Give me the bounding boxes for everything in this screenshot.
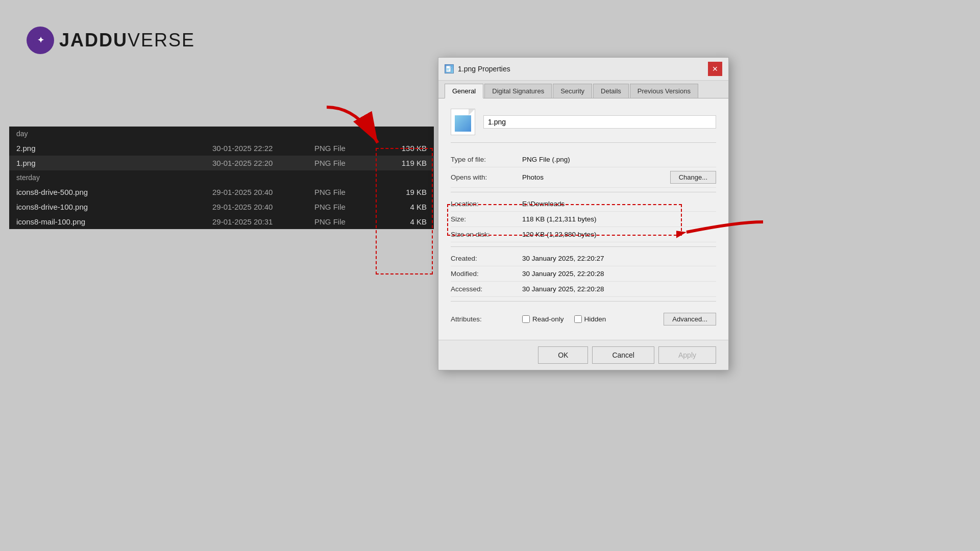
- prop-opens-with: Opens with: Photos Change...: [451, 167, 716, 188]
- hidden-label: Hidden: [584, 315, 606, 323]
- prop-type: Type of file: PNG File (.png): [451, 152, 716, 167]
- prop-accessed: Accessed: 30 January 2025, 22:20:28: [451, 282, 716, 297]
- created-value: 30 January 2025, 22:20:27: [522, 255, 716, 262]
- opens-label: Opens with:: [451, 173, 522, 181]
- file-size: 119 KB: [376, 159, 427, 167]
- file-size: 130 KB: [376, 144, 427, 153]
- cancel-button[interactable]: Cancel: [592, 346, 654, 364]
- readonly-checkbox-label[interactable]: Read-only: [522, 315, 564, 323]
- file-type: PNG File: [314, 203, 376, 211]
- prop-location: Location: E:\Downloads: [451, 196, 716, 212]
- tab-general[interactable]: General: [445, 84, 483, 98]
- prop-attributes: Attributes: Read-only Hidden Advanced...: [451, 306, 716, 330]
- size-label: Size:: [451, 215, 522, 223]
- accessed-label: Accessed:: [451, 285, 522, 293]
- image-preview: [455, 115, 471, 132]
- type-label: Type of file:: [451, 156, 522, 163]
- brand-jaddu: JADDU: [59, 30, 128, 51]
- file-name: icons8-drive-100.png: [16, 203, 212, 211]
- file-date: 30-01-2025 22:20: [212, 159, 314, 167]
- size-value: 118 KB (1,21,311 bytes): [522, 215, 716, 223]
- modified-label: Modified:: [451, 270, 522, 278]
- svg-text:✦: ✦: [37, 36, 44, 44]
- svg-rect-6: [447, 70, 449, 71]
- dialog-title-text: 1.png Properties: [458, 65, 510, 73]
- readonly-label: Read-only: [532, 315, 564, 323]
- file-name: 2.png: [16, 144, 212, 153]
- logo-icon: ✦: [27, 27, 54, 54]
- file-type: PNG File: [314, 159, 376, 167]
- prop-modified: Modified: 30 January 2025, 22:20:28: [451, 266, 716, 282]
- size-disk-value: 120 KB (1,22,880 bytes): [522, 231, 716, 238]
- divider2: [451, 246, 716, 247]
- tab-bar: General Digital Signatures Security Deta…: [438, 81, 728, 98]
- properties-dialog: 1.png Properties ✕ General Digital Signa…: [438, 57, 729, 370]
- attributes-label: Attributes:: [451, 315, 522, 323]
- brand-verse: VERSE: [128, 30, 195, 51]
- properties-table: Type of file: PNG File (.png) Opens with…: [451, 152, 716, 330]
- readonly-checkbox[interactable]: [522, 315, 530, 323]
- file-size: 4 KB: [376, 203, 427, 211]
- prop-created: Created: 30 January 2025, 22:20:27: [451, 251, 716, 266]
- file-date: 29-01-2025 20:40: [212, 188, 314, 196]
- size-disk-label: Size on disk:: [451, 231, 522, 238]
- location-value: E:\Downloads: [522, 200, 716, 208]
- file-row[interactable]: icons8-drive-500.png 29-01-2025 20:40 PN…: [9, 185, 434, 199]
- dialog-footer: OK Cancel Apply: [438, 340, 728, 370]
- hidden-checkbox[interactable]: [574, 315, 582, 323]
- file-date: 29-01-2025 20:31: [212, 217, 314, 226]
- type-value: PNG File (.png): [522, 156, 716, 163]
- dialog-file-icon: [445, 64, 454, 73]
- filename-input[interactable]: [483, 115, 716, 129]
- file-type: PNG File: [314, 217, 376, 226]
- file-explorer: day 2.png 30-01-2025 22:22 PNG File 130 …: [9, 127, 434, 229]
- file-size: 19 KB: [376, 188, 427, 196]
- divider: [451, 192, 716, 192]
- file-row[interactable]: 2.png 30-01-2025 22:22 PNG File 130 KB: [9, 141, 434, 156]
- prop-size: Size: 118 KB (1,21,311 bytes): [451, 212, 716, 227]
- file-date: 30-01-2025 22:22: [212, 144, 314, 153]
- location-label: Location:: [451, 200, 522, 208]
- section-today: day: [9, 127, 434, 141]
- file-date: 29-01-2025 20:40: [212, 203, 314, 211]
- tab-details[interactable]: Details: [593, 84, 629, 98]
- section-yesterday: sterday: [9, 170, 434, 185]
- file-type: PNG File: [314, 188, 376, 196]
- apply-button[interactable]: Apply: [658, 346, 716, 364]
- close-button[interactable]: ✕: [708, 62, 722, 76]
- opens-value: Photos: [522, 173, 670, 181]
- file-name: icons8-drive-500.png: [16, 188, 212, 196]
- file-name: 1.png: [16, 159, 212, 167]
- svg-rect-5: [447, 68, 450, 69]
- tab-digital-signatures[interactable]: Digital Signatures: [484, 84, 552, 98]
- dialog-title: 1.png Properties: [445, 64, 510, 73]
- file-header: [451, 109, 716, 143]
- file-name: icons8-mail-100.png: [16, 217, 212, 226]
- file-size: 4 KB: [376, 217, 427, 226]
- checkboxes: Read-only Hidden: [522, 315, 606, 323]
- file-row[interactable]: icons8-mail-100.png 29-01-2025 20:31 PNG…: [9, 214, 434, 229]
- tab-previous-versions[interactable]: Previous Versions: [630, 84, 698, 98]
- dialog-content: Type of file: PNG File (.png) Opens with…: [438, 98, 728, 340]
- divider3: [451, 301, 716, 302]
- file-row[interactable]: 1.png 30-01-2025 22:20 PNG File 119 KB: [9, 156, 434, 170]
- prop-size-disk: Size on disk: 120 KB (1,22,880 bytes): [451, 227, 716, 242]
- file-type: PNG File: [314, 144, 376, 153]
- logo: ✦ JADDUVERSE: [27, 27, 195, 54]
- advanced-button[interactable]: Advanced...: [664, 313, 716, 325]
- tab-security[interactable]: Security: [553, 84, 592, 98]
- modified-value: 30 January 2025, 22:20:28: [522, 270, 716, 278]
- hidden-checkbox-label[interactable]: Hidden: [574, 315, 606, 323]
- file-row[interactable]: icons8-drive-100.png 29-01-2025 20:40 PN…: [9, 199, 434, 214]
- change-button[interactable]: Change...: [670, 171, 716, 184]
- created-label: Created:: [451, 255, 522, 262]
- ok-button[interactable]: OK: [538, 346, 588, 364]
- file-icon-large: [451, 109, 475, 135]
- logo-text: JADDUVERSE: [59, 30, 195, 51]
- accessed-value: 30 January 2025, 22:20:28: [522, 285, 716, 293]
- dialog-titlebar: 1.png Properties ✕: [438, 58, 728, 81]
